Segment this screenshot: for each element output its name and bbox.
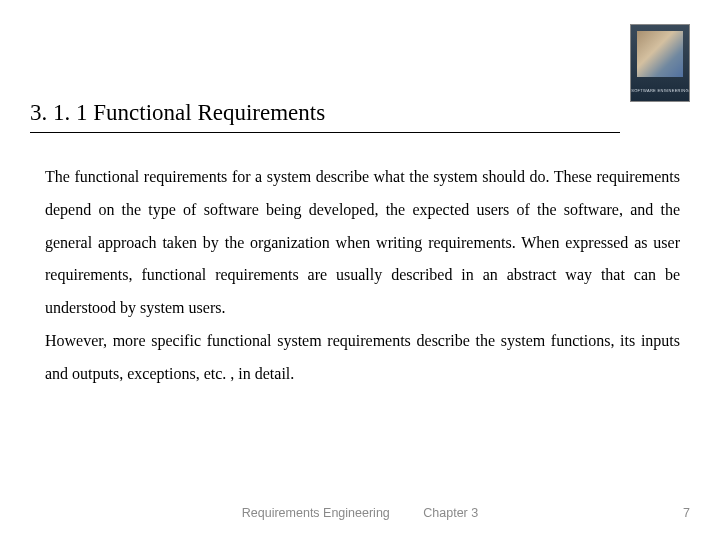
- body-text: The functional requirements for a system…: [0, 133, 720, 391]
- paragraph-2: However, more specific functional system…: [45, 325, 680, 391]
- paragraph-1: The functional requirements for a system…: [45, 161, 680, 325]
- footer: Requirements Engineering Chapter 3 7: [0, 506, 720, 520]
- slide: SOFTWARE ENGINEERING 3. 1. 1 Functional …: [0, 0, 720, 540]
- footer-topic: Requirements Engineering: [242, 506, 390, 520]
- footer-center: Requirements Engineering Chapter 3: [0, 506, 720, 520]
- slide-title: 3. 1. 1 Functional Requirements: [30, 100, 620, 133]
- header-area: 3. 1. 1 Functional Requirements: [0, 0, 720, 133]
- page-number: 7: [683, 506, 690, 520]
- footer-chapter: Chapter 3: [423, 506, 478, 520]
